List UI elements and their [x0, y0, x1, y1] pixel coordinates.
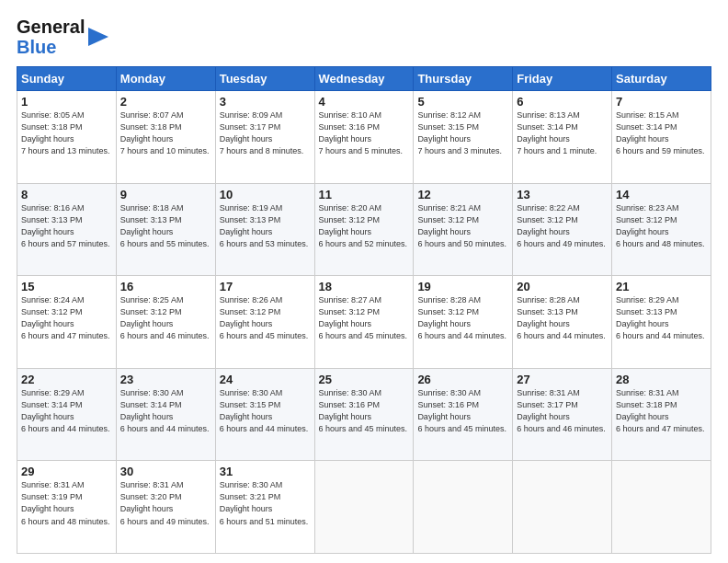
day-cell: 28 Sunrise: 8:31 AM Sunset: 3:18 PM Dayl… [612, 368, 711, 461]
weekday-header-friday: Friday [513, 67, 612, 91]
day-number: 30 [120, 465, 211, 478]
day-info: Sunrise: 8:13 AM Sunset: 3:14 PM Dayligh… [517, 109, 608, 157]
day-cell [612, 461, 711, 554]
logo-arrow-icon [88, 24, 108, 50]
weekday-header-row: SundayMondayTuesdayWednesdayThursdayFrid… [17, 67, 711, 91]
day-cell: 3 Sunrise: 8:09 AM Sunset: 3:17 PM Dayli… [215, 91, 314, 184]
day-info: Sunrise: 8:07 AM Sunset: 3:18 PM Dayligh… [120, 109, 211, 157]
day-info: Sunrise: 8:26 AM Sunset: 3:12 PM Dayligh… [220, 294, 311, 342]
day-number: 7 [616, 95, 707, 109]
calendar-table: SundayMondayTuesdayWednesdayThursdayFrid… [17, 66, 711, 554]
page: General Blue SundayMondayTuesdayWednesda… [0, 0, 728, 563]
day-number: 10 [220, 188, 311, 201]
day-info: Sunrise: 8:30 AM Sunset: 3:16 PM Dayligh… [417, 387, 508, 435]
day-number: 1 [21, 95, 112, 109]
day-number: 9 [120, 188, 211, 201]
day-info: Sunrise: 8:23 AM Sunset: 3:12 PM Dayligh… [616, 202, 707, 250]
weekday-header-wednesday: Wednesday [314, 67, 414, 91]
day-info: Sunrise: 8:10 AM Sunset: 3:16 PM Dayligh… [319, 109, 410, 157]
day-number: 26 [417, 373, 508, 386]
logo: General Blue [17, 17, 108, 57]
svg-marker-0 [88, 28, 108, 46]
day-info: Sunrise: 8:30 AM Sunset: 3:16 PM Dayligh… [319, 387, 410, 435]
day-info: Sunrise: 8:30 AM Sunset: 3:15 PM Dayligh… [220, 387, 311, 435]
day-cell [414, 461, 513, 554]
week-row-3: 15 Sunrise: 8:24 AM Sunset: 3:12 PM Dayl… [17, 276, 711, 369]
weekday-header-monday: Monday [116, 67, 215, 91]
day-cell [314, 461, 414, 554]
day-number: 21 [616, 280, 707, 293]
day-cell: 2 Sunrise: 8:07 AM Sunset: 3:18 PM Dayli… [116, 91, 215, 184]
day-cell: 15 Sunrise: 8:24 AM Sunset: 3:12 PM Dayl… [17, 276, 117, 369]
day-number: 23 [120, 373, 211, 386]
day-info: Sunrise: 8:16 AM Sunset: 3:13 PM Dayligh… [21, 202, 112, 250]
day-number: 11 [319, 188, 410, 201]
day-number: 16 [120, 280, 211, 293]
weekday-header-sunday: Sunday [17, 67, 117, 91]
day-cell: 21 Sunrise: 8:29 AM Sunset: 3:13 PM Dayl… [612, 276, 711, 369]
logo-blue: Blue [17, 37, 85, 57]
day-cell: 9 Sunrise: 8:18 AM Sunset: 3:13 PM Dayli… [116, 183, 215, 276]
day-info: Sunrise: 8:20 AM Sunset: 3:12 PM Dayligh… [319, 202, 410, 250]
day-cell: 27 Sunrise: 8:31 AM Sunset: 3:17 PM Dayl… [513, 368, 612, 461]
day-cell: 31 Sunrise: 8:30 AM Sunset: 3:21 PM Dayl… [215, 461, 314, 554]
day-cell: 22 Sunrise: 8:29 AM Sunset: 3:14 PM Dayl… [17, 368, 117, 461]
day-info: Sunrise: 8:18 AM Sunset: 3:13 PM Dayligh… [120, 202, 211, 250]
day-number: 19 [417, 280, 508, 293]
day-info: Sunrise: 8:21 AM Sunset: 3:12 PM Dayligh… [417, 202, 508, 250]
day-info: Sunrise: 8:31 AM Sunset: 3:17 PM Dayligh… [517, 387, 608, 435]
day-cell: 6 Sunrise: 8:13 AM Sunset: 3:14 PM Dayli… [513, 91, 612, 184]
day-cell: 5 Sunrise: 8:12 AM Sunset: 3:15 PM Dayli… [414, 91, 513, 184]
day-number: 5 [417, 95, 508, 109]
day-info: Sunrise: 8:24 AM Sunset: 3:12 PM Dayligh… [21, 294, 112, 342]
day-number: 20 [517, 280, 608, 293]
day-number: 18 [319, 280, 410, 293]
day-info: Sunrise: 8:19 AM Sunset: 3:13 PM Dayligh… [220, 202, 311, 250]
day-cell [513, 461, 612, 554]
day-cell: 30 Sunrise: 8:31 AM Sunset: 3:20 PM Dayl… [116, 461, 215, 554]
week-row-4: 22 Sunrise: 8:29 AM Sunset: 3:14 PM Dayl… [17, 368, 711, 461]
week-row-1: 1 Sunrise: 8:05 AM Sunset: 3:18 PM Dayli… [17, 91, 711, 184]
day-cell: 18 Sunrise: 8:27 AM Sunset: 3:12 PM Dayl… [314, 276, 414, 369]
day-info: Sunrise: 8:12 AM Sunset: 3:15 PM Dayligh… [417, 109, 508, 157]
day-cell: 14 Sunrise: 8:23 AM Sunset: 3:12 PM Dayl… [612, 183, 711, 276]
day-number: 4 [319, 95, 410, 109]
day-number: 6 [517, 95, 608, 109]
day-cell: 25 Sunrise: 8:30 AM Sunset: 3:16 PM Dayl… [314, 368, 414, 461]
day-number: 29 [21, 465, 112, 478]
weekday-header-thursday: Thursday [414, 67, 513, 91]
day-info: Sunrise: 8:09 AM Sunset: 3:17 PM Dayligh… [220, 109, 311, 157]
day-cell: 1 Sunrise: 8:05 AM Sunset: 3:18 PM Dayli… [17, 91, 117, 184]
day-number: 22 [21, 373, 112, 386]
day-cell: 19 Sunrise: 8:28 AM Sunset: 3:12 PM Dayl… [414, 276, 513, 369]
day-number: 3 [220, 95, 311, 109]
day-cell: 8 Sunrise: 8:16 AM Sunset: 3:13 PM Dayli… [17, 183, 117, 276]
day-info: Sunrise: 8:27 AM Sunset: 3:12 PM Dayligh… [319, 294, 410, 342]
day-info: Sunrise: 8:31 AM Sunset: 3:20 PM Dayligh… [120, 479, 211, 527]
day-number: 28 [616, 373, 707, 386]
day-cell: 10 Sunrise: 8:19 AM Sunset: 3:13 PM Dayl… [215, 183, 314, 276]
week-row-2: 8 Sunrise: 8:16 AM Sunset: 3:13 PM Dayli… [17, 183, 711, 276]
day-cell: 24 Sunrise: 8:30 AM Sunset: 3:15 PM Dayl… [215, 368, 314, 461]
day-info: Sunrise: 8:29 AM Sunset: 3:14 PM Dayligh… [21, 387, 112, 435]
day-number: 13 [517, 188, 608, 201]
weekday-header-saturday: Saturday [612, 67, 711, 91]
day-number: 14 [616, 188, 707, 201]
day-info: Sunrise: 8:29 AM Sunset: 3:13 PM Dayligh… [616, 294, 707, 342]
day-number: 2 [120, 95, 211, 109]
week-row-5: 29 Sunrise: 8:31 AM Sunset: 3:19 PM Dayl… [17, 461, 711, 554]
day-number: 24 [220, 373, 311, 386]
day-cell: 29 Sunrise: 8:31 AM Sunset: 3:19 PM Dayl… [17, 461, 117, 554]
day-number: 17 [220, 280, 311, 293]
day-info: Sunrise: 8:25 AM Sunset: 3:12 PM Dayligh… [120, 294, 211, 342]
day-cell: 17 Sunrise: 8:26 AM Sunset: 3:12 PM Dayl… [215, 276, 314, 369]
day-info: Sunrise: 8:28 AM Sunset: 3:13 PM Dayligh… [517, 294, 608, 342]
day-info: Sunrise: 8:30 AM Sunset: 3:14 PM Dayligh… [120, 387, 211, 435]
day-cell: 7 Sunrise: 8:15 AM Sunset: 3:14 PM Dayli… [612, 91, 711, 184]
day-number: 12 [417, 188, 508, 201]
day-cell: 12 Sunrise: 8:21 AM Sunset: 3:12 PM Dayl… [414, 183, 513, 276]
day-info: Sunrise: 8:31 AM Sunset: 3:18 PM Dayligh… [616, 387, 707, 435]
logo-general: General [17, 17, 85, 37]
weekday-header-tuesday: Tuesday [215, 67, 314, 91]
day-number: 8 [21, 188, 112, 201]
